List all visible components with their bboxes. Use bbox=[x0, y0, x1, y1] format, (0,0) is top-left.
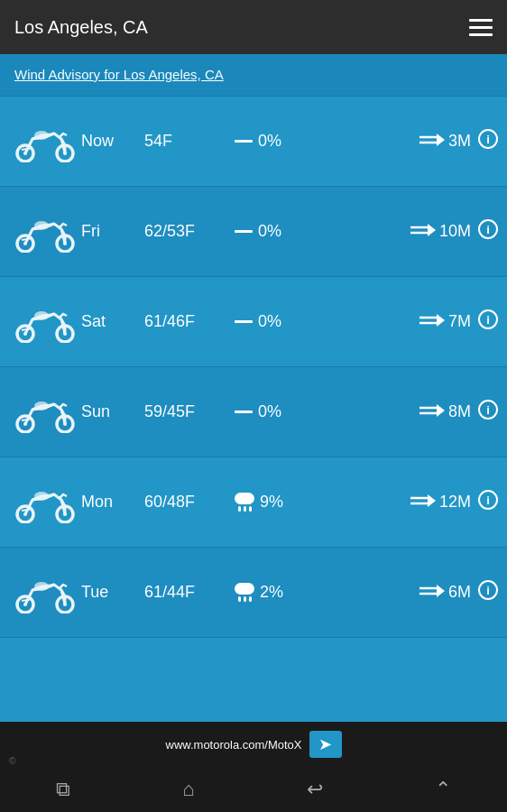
nav-return-icon[interactable]: ↩ bbox=[307, 778, 323, 801]
precipitation-area: 0% bbox=[235, 312, 316, 331]
svg-text:i: i bbox=[486, 494, 490, 507]
precipitation-percent: 0% bbox=[258, 402, 281, 421]
wind-direction-icon bbox=[419, 582, 445, 603]
precipitation-area: 0% bbox=[235, 222, 316, 241]
menu-button[interactable] bbox=[469, 19, 493, 36]
hamburger-line-1 bbox=[469, 19, 493, 22]
wind-speed-label: 7M bbox=[448, 312, 471, 331]
svg-text:i: i bbox=[486, 133, 490, 146]
svg-text:i: i bbox=[486, 223, 490, 236]
wind-area: 3M i bbox=[316, 129, 498, 153]
precipitation-area: 0% bbox=[235, 402, 316, 421]
weather-row[interactable]: Tue 61/44F 2% 6M i bbox=[0, 548, 507, 638]
info-icon[interactable]: i bbox=[478, 129, 498, 153]
svg-point-4 bbox=[34, 131, 49, 140]
temperature-label: 61/46F bbox=[144, 312, 235, 331]
temperature-label: 59/45F bbox=[144, 402, 235, 421]
precipitation-percent: 0% bbox=[258, 132, 281, 151]
precipitation-area: 2% bbox=[235, 583, 316, 602]
svg-point-34 bbox=[34, 401, 49, 411]
rain-icon bbox=[235, 493, 254, 512]
clear-icon bbox=[235, 140, 253, 143]
motorcycle-icon bbox=[9, 482, 81, 523]
precipitation-percent: 0% bbox=[258, 222, 281, 241]
clear-icon bbox=[235, 320, 253, 323]
info-icon[interactable]: i bbox=[478, 309, 498, 334]
wind-speed-label: 10M bbox=[439, 222, 471, 241]
hamburger-line-3 bbox=[469, 33, 493, 36]
weather-rows: Now 54F 0% 3M i bbox=[0, 97, 507, 638]
page-title: Los Angeles, CA bbox=[14, 17, 148, 38]
wind-direction-icon bbox=[410, 492, 436, 512]
precipitation-percent: 9% bbox=[260, 493, 283, 512]
day-label: Fri bbox=[81, 222, 144, 241]
wind-speed-label: 12M bbox=[439, 493, 471, 512]
temperature-label: 54F bbox=[144, 132, 235, 151]
weather-row[interactable]: Sat 61/46F 0% 7M i bbox=[0, 277, 507, 367]
day-label: Mon bbox=[81, 493, 144, 512]
svg-marker-27 bbox=[437, 314, 445, 327]
info-icon[interactable]: i bbox=[478, 219, 498, 244]
day-label: Now bbox=[81, 132, 144, 151]
svg-point-14 bbox=[34, 221, 49, 230]
svg-marker-17 bbox=[428, 224, 436, 236]
ad-copyright: © bbox=[9, 756, 15, 766]
wind-speed-label: 8M bbox=[448, 402, 471, 421]
wind-direction-icon bbox=[410, 221, 436, 242]
wind-speed-label: 6M bbox=[448, 583, 471, 602]
wind-area: 7M i bbox=[316, 309, 498, 334]
advisory-text[interactable]: Wind Advisory for Los Angeles, CA bbox=[14, 67, 224, 82]
wind-direction-icon bbox=[419, 131, 445, 152]
temperature-label: 61/44F bbox=[144, 583, 235, 602]
app-header: Los Angeles, CA bbox=[0, 0, 507, 54]
motorcycle-icon bbox=[9, 301, 81, 343]
precipitation-percent: 0% bbox=[258, 312, 281, 331]
wind-direction-icon bbox=[419, 401, 445, 422]
info-icon[interactable]: i bbox=[478, 400, 498, 424]
svg-point-44 bbox=[34, 492, 49, 501]
wind-area: 10M i bbox=[316, 219, 498, 244]
wind-direction-icon bbox=[419, 311, 445, 332]
weather-row[interactable]: Mon 60/48F 9% 12M i bbox=[0, 457, 507, 548]
day-label: Sun bbox=[81, 402, 144, 421]
wind-speed-label: 3M bbox=[448, 132, 471, 151]
day-label: Tue bbox=[81, 583, 144, 602]
svg-point-24 bbox=[34, 311, 49, 320]
svg-marker-7 bbox=[437, 134, 445, 146]
svg-text:i: i bbox=[486, 313, 490, 327]
info-icon[interactable]: i bbox=[478, 580, 498, 604]
svg-marker-47 bbox=[428, 494, 436, 507]
wind-area: 12M i bbox=[316, 490, 498, 514]
weather-row[interactable]: Fri 62/53F 0% 10M i bbox=[0, 187, 507, 277]
clear-icon bbox=[235, 411, 253, 413]
motorcycle-icon bbox=[9, 121, 81, 162]
ad-url[interactable]: www.motorola.com/MotoX bbox=[166, 738, 302, 752]
precipitation-percent: 2% bbox=[260, 583, 283, 602]
hamburger-line-2 bbox=[469, 26, 493, 29]
info-icon[interactable]: i bbox=[478, 490, 498, 514]
weather-row[interactable]: Now 54F 0% 3M i bbox=[0, 97, 507, 187]
nav-back-icon[interactable]: ⧉ bbox=[56, 778, 70, 801]
temperature-label: 62/53F bbox=[144, 222, 235, 241]
wind-area: 8M i bbox=[316, 400, 498, 424]
motorcycle-icon bbox=[9, 392, 81, 433]
ad-arrow-button[interactable]: ➤ bbox=[309, 731, 342, 758]
svg-marker-37 bbox=[437, 404, 445, 417]
svg-text:i: i bbox=[486, 584, 490, 597]
weather-row[interactable]: Sun 59/45F 0% 8M i bbox=[0, 367, 507, 457]
nav-home-icon[interactable]: ⌂ bbox=[182, 778, 194, 801]
clear-icon bbox=[235, 230, 253, 233]
precipitation-area: 9% bbox=[235, 493, 316, 512]
svg-text:i: i bbox=[486, 403, 490, 417]
bottom-navigation: ⧉ ⌂ ↩ ⌃ bbox=[0, 767, 507, 812]
rain-icon bbox=[235, 583, 254, 602]
svg-marker-57 bbox=[437, 585, 445, 597]
advisory-banner[interactable]: Wind Advisory for Los Angeles, CA bbox=[0, 54, 507, 97]
motorcycle-icon bbox=[9, 572, 81, 614]
ad-bar: www.motorola.com/MotoX ➤ bbox=[0, 722, 507, 767]
precipitation-area: 0% bbox=[235, 132, 316, 151]
temperature-label: 60/48F bbox=[144, 493, 235, 512]
nav-up-icon[interactable]: ⌃ bbox=[435, 778, 451, 801]
svg-point-54 bbox=[34, 582, 49, 591]
motorcycle-icon bbox=[9, 211, 81, 253]
